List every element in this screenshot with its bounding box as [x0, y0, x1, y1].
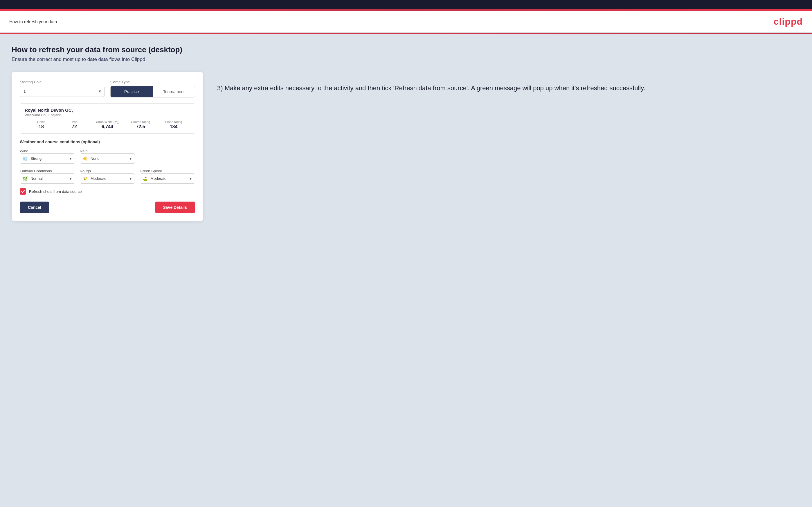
- green-speed-select-wrapper: ⛳ Moderate Fast Slow ▼: [140, 173, 195, 184]
- right-description: 3) Make any extra edits necessary to the…: [217, 72, 800, 93]
- rough-group: Rough 🌾 Moderate Light Heavy ▼: [80, 168, 135, 184]
- course-info-box: Royal North Devon GC, Westward Ho!, Engl…: [20, 103, 195, 134]
- course-stat-yards: Yards/White (M)) 6,744: [91, 120, 124, 129]
- wind-select[interactable]: Strong Mild None: [20, 154, 75, 164]
- logo: clippd: [774, 16, 803, 27]
- wind-rain-row: Wind 💨 Strong Mild None ▼ Rain ☀️: [20, 148, 195, 164]
- starting-hole-label: Starting Hole: [20, 80, 104, 84]
- rain-label: Rain: [80, 149, 88, 153]
- footer: Copyright Clippd 2022: [0, 503, 812, 507]
- conditions-row-2: Fairway Conditions 🌿 Normal Firm Soft ▼ …: [20, 168, 195, 184]
- content-layout: Starting Hole 1 10 ▼ Game Type Practice …: [12, 72, 800, 221]
- course-stats: Holes 18 Par 72 Yards/White (M)) 6,744 C…: [25, 120, 190, 129]
- course-location: Westward Ho!, England: [25, 113, 190, 117]
- fairway-group: Fairway Conditions 🌿 Normal Firm Soft ▼: [20, 168, 75, 184]
- rain-select[interactable]: None Light Heavy: [80, 154, 135, 164]
- fairway-label: Fairway Conditions: [20, 169, 52, 173]
- page-heading: How to refresh your data from source (de…: [12, 45, 800, 54]
- rough-select[interactable]: Moderate Light Heavy: [80, 173, 135, 184]
- course-name: Royal North Devon GC,: [25, 108, 190, 113]
- holes-label: Holes: [25, 120, 58, 123]
- green-speed-group: Green Speed ⛳ Moderate Fast Slow ▼: [140, 168, 195, 184]
- yards-label: Yards/White (M)): [91, 120, 124, 123]
- check-icon: [21, 189, 25, 193]
- course-rating-label: Course rating: [124, 120, 157, 123]
- course-rating-value: 72.5: [124, 124, 157, 129]
- starting-hole-select[interactable]: 1 10: [20, 86, 104, 97]
- course-stat-slope: Slope rating 134: [157, 120, 190, 129]
- tournament-button[interactable]: Tournament: [153, 86, 195, 97]
- conditions-section-title: Weather and course conditions (optional): [20, 139, 195, 144]
- course-stat-holes: Holes 18: [25, 120, 58, 129]
- practice-button[interactable]: Practice: [111, 86, 153, 97]
- course-stat-course-rating: Course rating 72.5: [124, 120, 157, 129]
- button-row: Cancel Save Details: [20, 202, 195, 213]
- cancel-button[interactable]: Cancel: [20, 202, 49, 213]
- starting-hole-select-wrapper: 1 10 ▼: [20, 86, 104, 97]
- yards-value: 6,744: [91, 124, 124, 129]
- wind-label: Wind: [20, 149, 29, 153]
- refresh-checkbox[interactable]: [20, 188, 26, 194]
- par-label: Par: [58, 120, 91, 123]
- refresh-checkbox-label: Refresh shots from data source: [29, 189, 82, 194]
- top-bar: [0, 0, 812, 9]
- rough-label: Rough: [80, 169, 91, 173]
- green-speed-label: Green Speed: [140, 169, 162, 173]
- header-title: How to refresh your data: [9, 19, 57, 24]
- starting-hole-group: Starting Hole 1 10 ▼: [20, 80, 104, 98]
- description-text: 3) Make any extra edits necessary to the…: [217, 83, 800, 93]
- form-card: Starting Hole 1 10 ▼ Game Type Practice …: [12, 72, 203, 221]
- rough-select-wrapper: 🌾 Moderate Light Heavy ▼: [80, 173, 135, 184]
- save-details-button[interactable]: Save Details: [155, 202, 195, 213]
- refresh-checkbox-row: Refresh shots from data source: [20, 188, 195, 194]
- slope-value: 134: [157, 124, 190, 129]
- game-type-group: Game Type Practice Tournament: [110, 80, 195, 98]
- top-form-row: Starting Hole 1 10 ▼ Game Type Practice …: [20, 80, 195, 98]
- game-type-label: Game Type: [110, 80, 195, 84]
- rain-group: Rain ☀️ None Light Heavy ▼: [80, 148, 135, 164]
- fairway-select-wrapper: 🌿 Normal Firm Soft ▼: [20, 173, 75, 184]
- rain-select-wrapper: ☀️ None Light Heavy ▼: [80, 154, 135, 164]
- header: How to refresh your data clippd: [0, 11, 812, 33]
- green-speed-select[interactable]: Moderate Fast Slow: [140, 173, 195, 184]
- course-stat-par: Par 72: [58, 120, 91, 129]
- wind-select-wrapper: 💨 Strong Mild None ▼: [20, 154, 75, 164]
- page-subheading: Ensure the correct and most up to date d…: [12, 57, 800, 62]
- fairway-select[interactable]: Normal Firm Soft: [20, 173, 75, 184]
- game-type-buttons: Practice Tournament: [110, 86, 195, 98]
- par-value: 72: [58, 124, 91, 129]
- wind-group: Wind 💨 Strong Mild None ▼: [20, 148, 75, 164]
- slope-label: Slope rating: [157, 120, 190, 123]
- holes-value: 18: [25, 124, 58, 129]
- main-content: How to refresh your data from source (de…: [0, 34, 812, 503]
